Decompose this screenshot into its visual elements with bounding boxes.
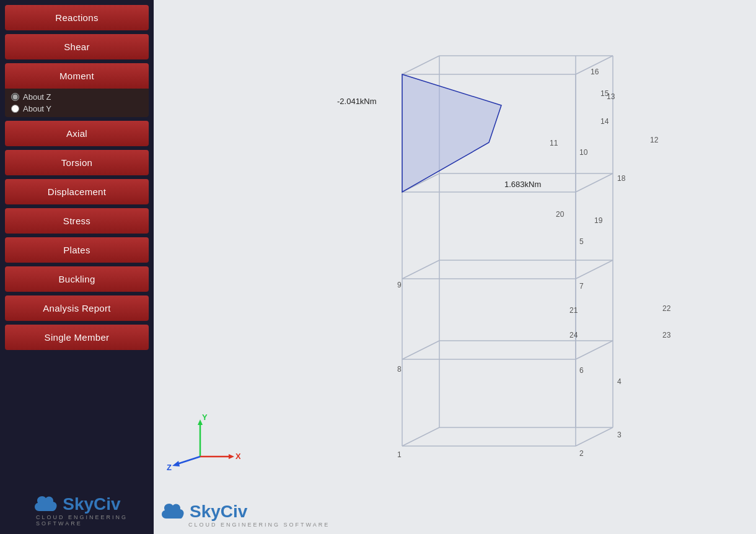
annotation-top: -2.041kNm [337, 97, 377, 106]
node-2: 2 [579, 449, 584, 458]
svg-line-18 [402, 56, 439, 74]
svg-line-16 [402, 260, 439, 279]
main-logo-row: SkyCiv [160, 502, 247, 522]
sidebar: Reactions Shear Moment About Z About Y A… [0, 0, 154, 534]
single-member-button[interactable]: Single Member [5, 325, 149, 350]
about-z-text: About Z [23, 92, 51, 102]
structure-svg: -2.041kNm 1.683kNm 1 2 3 4 8 6 7 5 10 18… [154, 0, 756, 534]
node-14: 14 [600, 117, 609, 126]
node-21: 21 [569, 306, 578, 315]
about-y-radio[interactable] [11, 105, 19, 113]
main-canvas-area: -2.041kNm 1.683kNm 1 2 3 4 8 6 7 5 10 18… [154, 0, 756, 534]
node-11: 11 [550, 139, 558, 147]
torsion-button[interactable]: Torsion [5, 150, 149, 175]
node-22: 22 [662, 304, 671, 313]
displacement-button[interactable]: Displacement [5, 179, 149, 204]
analysis-report-button[interactable]: Analysis Report [5, 295, 149, 321]
x-axis-label: X [235, 452, 240, 461]
sidebar-logo: SkyCiv CLOUD ENGINEERING SOFTWARE [5, 489, 149, 529]
svg-line-14 [402, 427, 439, 446]
svg-line-12 [576, 173, 613, 192]
plates-button[interactable]: Plates [5, 237, 149, 263]
main-skyciv-logo: SkyCiv CLOUD ENGINEERING SOFTWARE [160, 502, 330, 528]
main-skyciv-brand: SkyCiv [190, 502, 247, 522]
svg-line-9 [576, 427, 613, 446]
node-1: 1 [397, 450, 402, 459]
about-z-label[interactable]: About Z [11, 92, 143, 102]
node-4: 4 [617, 377, 622, 386]
svg-line-10 [576, 341, 613, 359]
node-18: 18 [617, 174, 626, 183]
node-3: 3 [617, 431, 622, 439]
main-cloud-icon [160, 502, 187, 521]
annotation-bottom: 1.683kNm [504, 180, 541, 189]
moment-radio-group: About Z About Y [5, 89, 149, 117]
tagline-text: CLOUD ENGINEERING SOFTWARE [36, 514, 146, 527]
node-5: 5 [579, 237, 584, 246]
cloud-logo-icon [33, 495, 59, 514]
moment-button[interactable]: Moment [5, 63, 149, 89]
buckling-button[interactable]: Buckling [5, 266, 149, 292]
z-axis-label: Z [167, 463, 172, 472]
y-axis-label: Y [202, 413, 208, 422]
svg-line-15 [402, 341, 439, 359]
axis-svg: Y X Z [166, 410, 240, 472]
node-13: 13 [607, 92, 615, 101]
node-8: 8 [397, 365, 402, 374]
main-tagline: CLOUD ENGINEERING SOFTWARE [188, 522, 330, 528]
structure-canvas: -2.041kNm 1.683kNm 1 2 3 4 8 6 7 5 10 18… [154, 0, 756, 534]
node-20: 20 [556, 210, 565, 219]
node-23: 23 [662, 331, 671, 339]
svg-line-11 [576, 260, 613, 279]
reactions-button[interactable]: Reactions [5, 5, 149, 30]
node-12: 12 [650, 136, 659, 144]
about-y-label[interactable]: About Y [11, 104, 143, 113]
skyciv-brand-text: SkyCiv [63, 494, 120, 514]
svg-line-29 [175, 457, 200, 465]
node-10: 10 [579, 148, 588, 157]
node-24: 24 [569, 331, 578, 339]
shear-button[interactable]: Shear [5, 34, 149, 59]
node-9: 9 [397, 281, 402, 289]
svg-marker-28 [229, 454, 234, 459]
node-16: 16 [591, 68, 599, 76]
logo-container: SkyCiv [33, 494, 120, 514]
axial-button[interactable]: Axial [5, 121, 149, 146]
svg-marker-30 [172, 461, 180, 466]
node-6: 6 [579, 366, 584, 375]
moment-diagram [402, 74, 501, 192]
about-y-text: About Y [23, 104, 51, 113]
about-z-radio[interactable] [11, 93, 19, 101]
node-7: 7 [579, 282, 584, 291]
node-19: 19 [594, 216, 603, 225]
stress-button[interactable]: Stress [5, 208, 149, 234]
axis-indicator: Y X Z [166, 410, 240, 472]
moment-section: Moment About Z About Y [5, 63, 149, 117]
